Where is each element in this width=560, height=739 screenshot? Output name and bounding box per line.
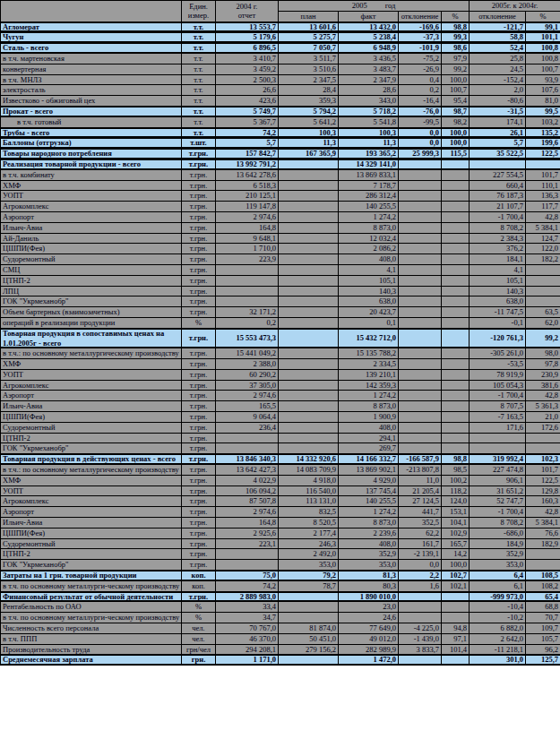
table-row: Аэропортт.грн.2 974,6832,51 274,2441,715…: [1, 507, 560, 518]
value-cell: 172,6: [526, 422, 560, 433]
header-unit-line1: Един.: [182, 2, 215, 12]
value-cell: 76,6: [526, 528, 560, 538]
row-label: Ильич-Авиа: [1, 222, 182, 233]
value-cell: 4,1: [339, 264, 399, 275]
value-cell: 139 210,1: [339, 369, 399, 380]
row-label: Чугун: [1, 32, 182, 43]
value-cell: 301,0: [470, 655, 526, 666]
value-cell: -101,9: [399, 43, 442, 54]
row-label: Численность всего персонала: [1, 623, 182, 634]
value-cell: [279, 348, 339, 359]
value-cell: [279, 602, 339, 613]
value-cell: -11 218,1: [470, 644, 526, 655]
value-cell: 15 553 473,3: [216, 328, 279, 348]
value-cell: 24,5: [470, 64, 526, 74]
value-cell: 14 166 332,7: [339, 454, 399, 465]
value-cell: [399, 348, 442, 359]
value-cell: 14 083 709,9: [279, 465, 339, 476]
table-row: конвертернаят.т.3 459,23 510,63 483,7-26…: [1, 64, 560, 74]
value-cell: [526, 264, 560, 275]
unit-cell: т.грн.: [182, 211, 216, 222]
value-cell: -53,5: [470, 359, 526, 370]
value-cell: [442, 169, 470, 180]
value-cell: 63,5: [526, 307, 560, 318]
unit-cell: т.т.: [182, 53, 216, 64]
value-cell: 223,9: [216, 254, 279, 265]
table-row: ЦТНП-2т.грн.105,1105,1: [1, 275, 560, 286]
value-cell: 13 642 427,3: [216, 465, 279, 476]
value-cell: [399, 433, 442, 443]
value-cell: 98,7: [442, 106, 470, 116]
table-row: СМЦт.грн.4,14,1: [1, 264, 560, 275]
value-cell: 0,2: [399, 85, 442, 96]
value-cell: 165,7: [442, 538, 470, 549]
value-cell: [470, 443, 526, 454]
value-cell: 2 334,5: [339, 359, 399, 370]
value-cell: [399, 602, 442, 613]
value-cell: 34,7: [216, 613, 279, 623]
value-cell: 165,5: [216, 401, 279, 412]
value-cell: -26,9: [399, 64, 442, 74]
value-cell: [399, 202, 442, 212]
value-cell: -166 587,9: [399, 454, 442, 465]
value-cell: [399, 211, 442, 222]
table-row: Агломератт.т.13 553,713 601,613 432,0-16…: [1, 21, 560, 32]
value-cell: [526, 286, 560, 296]
unit-cell: т.грн.: [182, 507, 216, 518]
value-cell: 100,0: [442, 127, 470, 138]
value-cell: 8 873,0: [339, 401, 399, 412]
unit-cell: т.т.: [182, 85, 216, 96]
value-cell: 1 274,2: [339, 391, 399, 401]
value-cell: [279, 211, 339, 222]
table-row: ЦТНП-2т.грн.2 492,0352,9-2 139,114,2352,…: [1, 549, 560, 560]
unit-cell: чел.: [182, 633, 216, 644]
value-cell: -99,5: [399, 116, 442, 127]
unit-cell: т.грн.: [182, 518, 216, 528]
unit-cell: т.грн.: [182, 486, 216, 496]
value-cell: [279, 443, 339, 454]
row-label: Аэропорт: [1, 391, 182, 401]
value-cell: 352,9: [339, 549, 399, 560]
unit-cell: грн/чел: [182, 644, 216, 655]
value-cell: [526, 433, 560, 443]
unit-cell: т.т.: [182, 74, 216, 85]
value-cell: 1 274,2: [339, 507, 399, 518]
row-label: ЦТНП-2: [1, 275, 182, 286]
value-cell: [442, 433, 470, 443]
value-cell: 100,0: [442, 138, 470, 149]
row-label: ГОК "Укрмеханобр": [1, 560, 182, 571]
value-cell: 282 989,9: [339, 644, 399, 655]
value-cell: 11,3: [279, 138, 339, 149]
value-cell: 70,7: [526, 613, 560, 623]
unit-cell: т.т.: [182, 127, 216, 138]
value-cell: -76,0: [399, 106, 442, 116]
value-cell: 381,6: [526, 380, 560, 391]
value-cell: 7 050,7: [279, 43, 339, 54]
value-cell: [279, 412, 339, 423]
value-cell: [279, 317, 339, 328]
value-cell: 81,3: [339, 571, 399, 581]
unit-cell: т.грн.: [182, 264, 216, 275]
value-cell: [399, 380, 442, 391]
value-cell: [442, 180, 470, 191]
value-cell: 122,5: [526, 149, 560, 159]
value-cell: 223,1: [216, 538, 279, 549]
value-cell: 21,0: [526, 412, 560, 423]
unit-cell: т.грн.: [182, 202, 216, 212]
value-cell: 14 332 920,6: [279, 454, 339, 465]
unit-cell: %: [182, 613, 216, 623]
value-cell: 93,9: [526, 74, 560, 85]
value-cell: [279, 401, 339, 412]
value-cell: 27 124,5: [399, 496, 442, 507]
value-cell: 5 275,7: [279, 32, 339, 43]
value-cell: 68,8: [526, 602, 560, 613]
value-cell: 153,1: [442, 507, 470, 518]
value-cell: 3 833,7: [399, 644, 442, 655]
value-cell: 99,3: [442, 32, 470, 43]
value-cell: -121,7: [470, 21, 526, 32]
row-label: Товары народного потребления: [1, 149, 182, 159]
unit-cell: коп.: [182, 580, 216, 591]
value-cell: 2 177,4: [279, 528, 339, 538]
value-cell: [442, 401, 470, 412]
value-cell: 140,3: [470, 286, 526, 296]
